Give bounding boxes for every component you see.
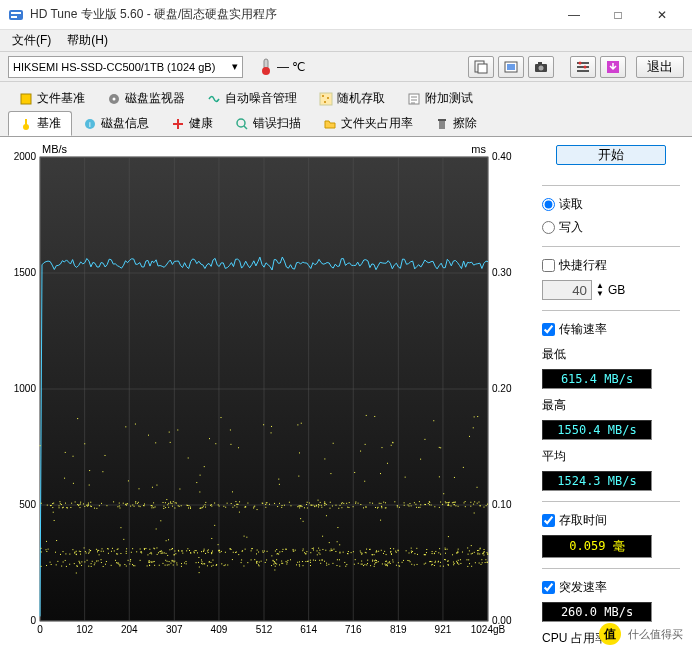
svg-rect-678: [266, 502, 267, 503]
svg-rect-735: [170, 501, 171, 502]
svg-rect-294: [201, 563, 202, 564]
svg-rect-983: [392, 442, 393, 443]
svg-rect-753: [119, 503, 120, 504]
start-button[interactable]: 开始: [556, 145, 666, 165]
svg-rect-736: [47, 505, 48, 506]
svg-rect-988: [120, 527, 121, 528]
tab-erase[interactable]: 擦除: [424, 111, 488, 136]
copy-screenshot-button[interactable]: [498, 56, 524, 78]
tab-disk-monitor[interactable]: 磁盘监视器: [96, 86, 196, 111]
svg-rect-194: [173, 560, 174, 561]
svg-rect-207: [417, 564, 418, 565]
tab-random-access[interactable]: 随机存取: [308, 86, 396, 111]
svg-rect-873: [246, 537, 247, 538]
svg-rect-464: [411, 552, 412, 553]
svg-rect-287: [475, 562, 476, 563]
svg-rect-504: [393, 548, 394, 549]
svg-rect-772: [87, 506, 88, 507]
short-stroke-checkbox[interactable]: 快捷行程: [542, 257, 680, 274]
svg-rect-360: [376, 550, 377, 551]
svg-rect-544: [144, 549, 145, 550]
svg-rect-392: [140, 549, 141, 550]
svg-text:0.10: 0.10: [492, 499, 512, 510]
tab-aam[interactable]: 自动噪音管理: [196, 86, 308, 111]
tab-folder-usage[interactable]: 文件夹占用率: [312, 111, 424, 136]
read-radio[interactable]: 读取: [542, 196, 680, 213]
svg-rect-604: [348, 507, 349, 508]
svg-rect-442: [72, 549, 73, 550]
svg-rect-359: [348, 551, 349, 552]
svg-point-32: [237, 119, 245, 127]
access-time-checkbox[interactable]: 存取时间: [542, 512, 680, 529]
svg-rect-763: [330, 502, 331, 503]
svg-rect-966: [116, 562, 117, 563]
svg-rect-511: [116, 553, 117, 554]
svg-rect-540: [88, 553, 89, 554]
svg-rect-34: [439, 121, 445, 129]
spinner-icon[interactable]: ▲▼: [596, 282, 604, 298]
screenshot-button[interactable]: [528, 56, 554, 78]
svg-point-20: [113, 97, 116, 100]
maximize-button[interactable]: □: [596, 1, 640, 29]
svg-rect-657: [465, 506, 466, 507]
svg-rect-922: [448, 536, 449, 537]
svg-rect-303: [209, 561, 210, 562]
svg-rect-272: [481, 564, 482, 565]
burst-rate-checkbox[interactable]: 突发速率: [542, 579, 680, 596]
copy-info-button[interactable]: [468, 56, 494, 78]
drive-select[interactable]: HIKSEMI HS-SSD-CC500/1TB (1024 gB) ▾: [8, 56, 243, 78]
tab-health[interactable]: 健康: [160, 111, 224, 136]
svg-rect-581: [201, 551, 202, 552]
svg-rect-190: [310, 562, 311, 563]
svg-rect-567: [194, 552, 195, 553]
svg-rect-148: [372, 560, 373, 561]
svg-rect-106: [162, 563, 163, 564]
tab-error-scan[interactable]: 错误扫描: [224, 111, 312, 136]
menu-help[interactable]: 帮助(H): [59, 30, 116, 51]
tab-benchmark[interactable]: 基准: [8, 111, 72, 136]
svg-rect-588: [458, 549, 459, 550]
close-button[interactable]: ✕: [640, 1, 684, 29]
svg-rect-429: [218, 550, 219, 551]
svg-rect-225: [310, 560, 311, 561]
minimize-button[interactable]: —: [552, 1, 596, 29]
svg-rect-113: [337, 559, 338, 560]
svg-rect-621: [175, 502, 176, 503]
svg-text:204: 204: [121, 624, 138, 635]
svg-rect-330: [448, 560, 449, 561]
svg-rect-976: [89, 470, 90, 471]
options-button[interactable]: [570, 56, 596, 78]
menu-file[interactable]: 文件(F): [4, 30, 59, 51]
svg-rect-863: [200, 475, 201, 476]
svg-rect-640: [66, 507, 67, 508]
svg-rect-265: [216, 564, 217, 565]
svg-rect-919: [239, 512, 240, 513]
svg-rect-108: [129, 563, 130, 564]
svg-rect-325: [132, 564, 133, 565]
svg-rect-256: [303, 565, 304, 566]
svg-rect-308: [265, 562, 266, 563]
svg-rect-591: [366, 549, 367, 550]
svg-rect-508: [319, 550, 320, 551]
svg-rect-506: [276, 554, 277, 555]
tab-file-benchmark[interactable]: 文件基准: [8, 86, 96, 111]
tab-extra-tests[interactable]: 附加测试: [396, 86, 484, 111]
tab-disk-info[interactable]: i磁盘信息: [72, 111, 160, 136]
transfer-rate-checkbox[interactable]: 传输速率: [542, 321, 680, 338]
svg-rect-352: [238, 554, 239, 555]
svg-rect-917: [196, 482, 197, 483]
svg-rect-780: [338, 508, 339, 509]
exit-button[interactable]: 退出: [636, 56, 684, 78]
write-radio[interactable]: 写入: [542, 219, 680, 236]
svg-rect-533: [353, 551, 354, 552]
chart-area: MB/sms00.005000.1010000.2015000.3020000.…: [0, 137, 530, 651]
svg-point-10: [539, 65, 544, 70]
svg-rect-483: [339, 552, 340, 553]
svg-rect-302: [424, 564, 425, 565]
svg-rect-549: [230, 548, 231, 549]
thermometer-icon: [259, 58, 273, 76]
short-stroke-input[interactable]: [542, 280, 592, 300]
save-button[interactable]: [600, 56, 626, 78]
svg-rect-909: [405, 477, 406, 478]
svg-rect-300: [167, 565, 168, 566]
